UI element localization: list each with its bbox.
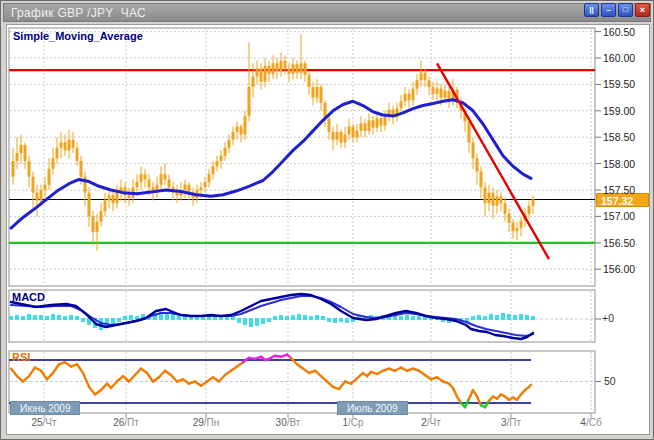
chart-window: График GBP /JPY ЧАС || – □ × Simple_Movi… [0, 0, 654, 440]
date-axis-ticks [44, 413, 591, 418]
chart-canvas[interactable] [1, 1, 654, 440]
price-axis-ticks [595, 32, 601, 382]
